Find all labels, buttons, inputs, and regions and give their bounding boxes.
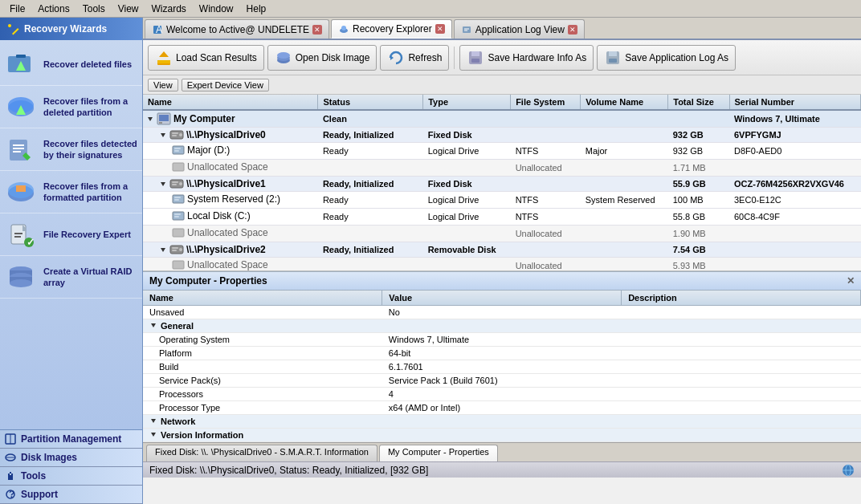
svg-rect-41 — [157, 60, 170, 63]
refresh-button[interactable]: Refresh — [380, 45, 449, 71]
table-row[interactable]: \\.\PhysicalDrive2Ready, InitializedRemo… — [143, 242, 861, 258]
list-item[interactable]: UnsavedNo — [143, 306, 861, 319]
svg-rect-76 — [174, 216, 179, 217]
col-name[interactable]: Name — [143, 95, 318, 110]
sidebar-item-signatures-label: Recover files detected by their signatur… — [43, 138, 137, 161]
table-row[interactable]: Major (D:)ReadyLogical DriveNTFSMajor932… — [143, 143, 861, 160]
svg-rect-9 — [13, 144, 24, 146]
properties-body[interactable]: Name Value Description UnsavedNoGeneralO… — [143, 291, 861, 442]
menu-view[interactable]: View — [112, 2, 145, 16]
menu-help[interactable]: Help — [240, 2, 273, 16]
svg-rect-72 — [174, 197, 181, 198]
list-item[interactable]: Service Pack(s)Service Pack 1 (Build 760… — [143, 374, 861, 388]
sidebar-section-support[interactable]: ? Support — [0, 486, 142, 504]
menu-actions[interactable]: Actions — [31, 2, 75, 16]
properties-close[interactable]: ✕ — [847, 275, 855, 287]
open-disk-image-button[interactable]: Open Disk Image — [267, 45, 377, 71]
sidebar-item-virtual-raid-label: Create a Virtual RAID array — [43, 266, 137, 289]
save-hardware-info-button[interactable]: Save Hardware Info As — [459, 45, 594, 71]
load-scan-button[interactable]: Load Scan Results — [148, 45, 264, 71]
deleted-partition-icon — [5, 92, 37, 121]
svg-rect-4 — [16, 55, 26, 58]
table-row[interactable]: \\.\PhysicalDrive1Ready, InitializedFixe… — [143, 177, 861, 192]
menu-tools[interactable]: Tools — [76, 2, 112, 16]
table-row[interactable]: Unallocated SpaceUnallocated5.93 MB — [143, 258, 861, 272]
table-row[interactable]: System Reserved (2:)ReadyLogical DriveNT… — [143, 192, 861, 209]
svg-rect-52 — [609, 59, 617, 63]
svg-rect-81 — [172, 247, 178, 249]
sidebar-item-virtual-raid[interactable]: Create a Virtual RAID array — [0, 256, 142, 299]
svg-rect-65 — [173, 163, 184, 171]
properties-title: My Computer - Properties — [149, 275, 267, 287]
tab-app-log[interactable]: Application Log View ✕ — [454, 19, 585, 39]
sidebar-section-tools[interactable]: Tools — [0, 467, 142, 486]
sidebar-title: Recovery Wizards — [0, 18, 142, 40]
list-item[interactable]: Network — [143, 415, 861, 429]
device-table-wrapper[interactable]: Name Status Type File System Volume Name… — [143, 95, 861, 271]
sidebar: Recovery Wizards Recover deleted files R… — [0, 18, 143, 504]
tab-welcome-close[interactable]: ✕ — [312, 25, 322, 35]
formatted-icon — [5, 177, 37, 206]
menu-wizards[interactable]: Wizards — [145, 2, 193, 16]
sidebar-section-partition-management[interactable]: Partition Management — [0, 430, 142, 449]
prop-col-value: Value — [382, 291, 622, 306]
tab-app-log-close[interactable]: ✕ — [568, 25, 577, 35]
table-row[interactable]: Unallocated SpaceUnallocated1.71 MB — [143, 160, 861, 177]
svg-marker-78 — [161, 248, 165, 252]
tab-recovery-explorer[interactable]: Recovery Explorer ✕ — [331, 19, 452, 39]
table-row[interactable]: My ComputerCleanWindows 7, Ultimate — [143, 110, 861, 128]
virtual-raid-icon — [5, 262, 37, 291]
bottom-tab-smart[interactable]: Fixed Disk: \\. \PhysicalDrive0 - S.M.A.… — [146, 445, 377, 461]
sidebar-item-formatted[interactable]: Recover files from a formatted partition — [0, 171, 142, 213]
table-row[interactable]: \\.\PhysicalDrive0Ready, InitializedFixe… — [143, 128, 861, 143]
col-type[interactable]: Type — [423, 95, 511, 110]
file-recovery-expert-icon: ✓ — [5, 220, 37, 249]
bottom-tab-computer-props[interactable]: My Computer - Properties — [379, 445, 498, 461]
sidebar-item-recover-deleted[interactable]: Recover deleted files — [0, 43, 142, 86]
save-hardware-info-icon — [467, 49, 484, 67]
table-row[interactable]: Unallocated SpaceUnallocated1.90 MB — [143, 226, 861, 242]
col-filesystem[interactable]: File System — [511, 95, 581, 110]
tab-welcome[interactable]: A Welcome to Active@ UNDELETE ✕ — [145, 19, 329, 39]
svg-rect-19 — [14, 236, 21, 238]
svg-rect-18 — [14, 233, 22, 234]
list-item[interactable]: Build6.1.7601 — [143, 360, 861, 374]
save-app-log-button[interactable]: Save Application Log As — [597, 45, 736, 71]
menu-window[interactable]: Window — [193, 2, 240, 16]
expert-device-view-button[interactable]: Expert Device View — [182, 79, 269, 91]
col-totalsize[interactable]: Total Size — [668, 95, 729, 110]
col-status[interactable]: Status — [318, 95, 423, 110]
svg-marker-53 — [148, 117, 153, 121]
list-item[interactable]: Platform64-bit — [143, 347, 861, 360]
svg-marker-46 — [390, 55, 394, 60]
svg-rect-82 — [172, 250, 177, 251]
svg-rect-69 — [172, 181, 178, 183]
sidebar-item-signatures[interactable]: Recover files detected by their signatur… — [0, 128, 142, 171]
toolbar: Load Scan Results Open Disk Image Refres… — [143, 40, 861, 75]
svg-rect-56 — [159, 122, 162, 124]
list-item[interactable]: Version Information — [143, 429, 861, 442]
support-icon: ? — [5, 489, 16, 500]
sidebar-item-file-recovery-expert-label: File Recovery Expert — [43, 229, 131, 240]
svg-rect-64 — [174, 150, 179, 152]
bottom-tabs: Fixed Disk: \\. \PhysicalDrive0 - S.M.A.… — [143, 442, 861, 461]
sidebar-item-deleted-partition[interactable]: Recover files from a deleted partition — [0, 86, 142, 128]
tab-recovery-explorer-close[interactable]: ✕ — [435, 24, 445, 34]
col-volumename[interactable]: Volume Name — [581, 95, 668, 110]
app-log-tab-icon — [461, 24, 472, 35]
list-item[interactable]: Processors4 — [143, 388, 861, 401]
menu-file[interactable]: File — [3, 2, 31, 16]
view-button[interactable]: View — [148, 79, 178, 91]
list-item[interactable]: Operating SystemWindows 7, Ultimate — [143, 333, 861, 347]
list-item[interactable]: Processor Typex64 (AMD or Intel) — [143, 401, 861, 415]
disk-images-icon — [5, 452, 16, 463]
sidebar-section-disk-images[interactable]: Disk Images — [0, 449, 142, 467]
prop-col-desc: Description — [622, 291, 861, 306]
table-row[interactable]: Local Disk (C:)ReadyLogical DriveNTFS55.… — [143, 209, 861, 226]
svg-marker-57 — [161, 133, 165, 137]
col-serial[interactable]: Serial Number — [729, 95, 861, 110]
list-item[interactable]: General — [143, 319, 861, 333]
properties-panel: My Computer - Properties ✕ Name Value De… — [143, 271, 861, 442]
partition-icon — [5, 433, 16, 445]
sidebar-item-file-recovery-expert[interactable]: ✓ File Recovery Expert — [0, 213, 142, 256]
